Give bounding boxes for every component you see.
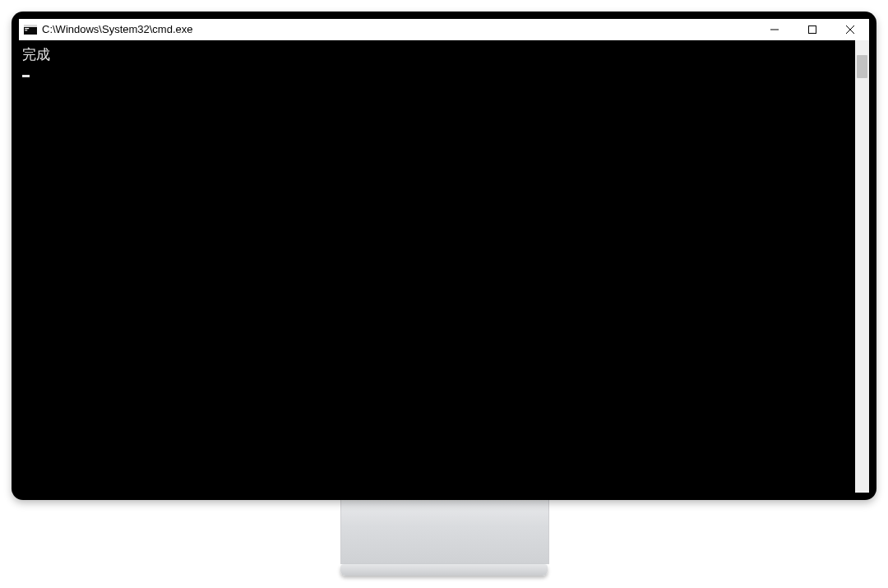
minimize-icon (770, 25, 779, 34)
svg-rect-1 (24, 25, 37, 27)
close-icon (846, 25, 854, 34)
console-area: 完成 (19, 40, 869, 493)
svg-rect-4 (770, 30, 779, 30)
close-button[interactable] (831, 19, 869, 40)
maximize-button[interactable] (793, 19, 831, 40)
monitor-stand-neck (340, 500, 549, 564)
svg-rect-2 (25, 28, 29, 29)
minimize-button[interactable] (756, 19, 793, 40)
text-cursor (22, 75, 30, 77)
maximize-icon (808, 25, 816, 34)
svg-rect-5 (809, 26, 816, 34)
scroll-thumb[interactable] (857, 55, 867, 78)
window-title: C:\Windows\System32\cmd.exe (42, 19, 193, 40)
window-controls (756, 19, 869, 40)
console-line: 完成 (22, 48, 50, 63)
screen: C:\Windows\System32\cmd.exe (19, 19, 869, 493)
svg-rect-3 (25, 30, 27, 30)
title-bar[interactable]: C:\Windows\System32\cmd.exe (19, 19, 869, 40)
console-output[interactable]: 完成 (19, 40, 855, 493)
monitor-stand-base (340, 564, 548, 576)
cmd-icon (24, 23, 37, 36)
vertical-scrollbar[interactable] (855, 40, 869, 493)
monitor-frame: C:\Windows\System32\cmd.exe (12, 12, 876, 500)
